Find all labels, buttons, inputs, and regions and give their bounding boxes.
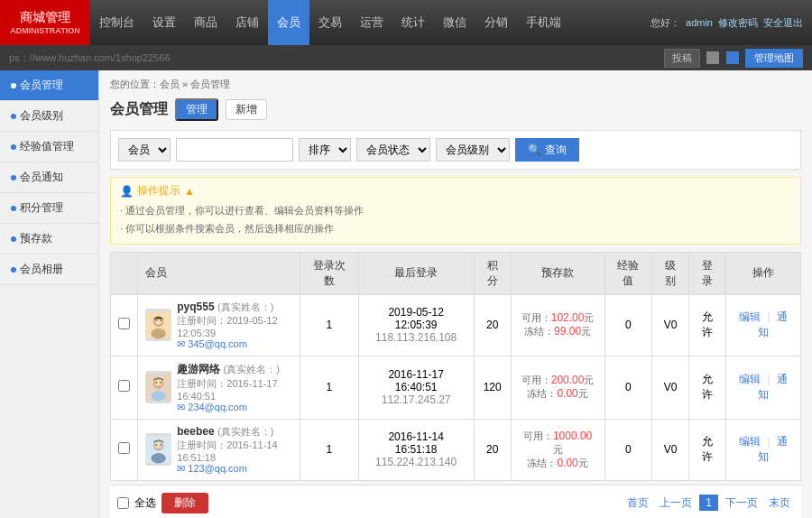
deposit-1: 可用：200.00元 冻结：0.00元 bbox=[511, 356, 604, 419]
edit-link-2[interactable]: 编辑 bbox=[739, 435, 761, 448]
level-select[interactable]: 会员级别 bbox=[436, 138, 510, 162]
member-email-1: ✉ 234@qq.com bbox=[177, 402, 292, 413]
tips-area: 👤 操作提示 ▲ 通过会员管理，你可以进行查看、编辑会员资料等操作 你可以根据条… bbox=[110, 177, 801, 245]
sidebar-item-notify[interactable]: 会员通知 bbox=[0, 162, 98, 193]
user-greeting: 您好： bbox=[651, 16, 680, 30]
nav-item-wechat[interactable]: 微信 bbox=[434, 0, 475, 45]
nav-item-products[interactable]: 商品 bbox=[185, 0, 226, 45]
search-label: 查询 bbox=[545, 143, 567, 158]
tips-header[interactable]: 👤 操作提示 ▲ bbox=[120, 183, 791, 199]
member-name-2: beebee (真实姓名：) bbox=[177, 425, 292, 439]
avatar-2 bbox=[145, 433, 171, 466]
logo-title: 商城管理 bbox=[20, 10, 70, 26]
sidebar-dot bbox=[11, 236, 16, 242]
page-prev[interactable]: 上一页 bbox=[656, 494, 696, 513]
tips-icon: 👤 bbox=[120, 185, 134, 198]
nav-item-statistics[interactable]: 统计 bbox=[392, 0, 434, 45]
svg-point-8 bbox=[152, 391, 166, 401]
sidebar-item-label: 预存款 bbox=[20, 231, 52, 246]
status-select[interactable]: 会员状态 bbox=[356, 138, 430, 162]
safe-exit-link[interactable]: 安全退出 bbox=[763, 16, 803, 30]
row-select-0[interactable] bbox=[118, 318, 130, 329]
sort-select[interactable]: 排序 bbox=[299, 138, 351, 162]
tab-manage-button[interactable]: 管理 bbox=[175, 98, 218, 121]
edit-link-1[interactable]: 编辑 bbox=[739, 373, 761, 385]
login-status-2: 允许 bbox=[689, 419, 726, 480]
select-all-checkbox[interactable] bbox=[117, 497, 129, 509]
login-count-1: 1 bbox=[300, 356, 359, 419]
level-0: V0 bbox=[652, 294, 689, 356]
search-button[interactable]: 🔍 查询 bbox=[515, 138, 579, 162]
nav-item-dashboard[interactable]: 控制台 bbox=[90, 0, 143, 45]
page-first[interactable]: 首页 bbox=[623, 494, 652, 513]
member-email-0: ✉ 345@qq.com bbox=[177, 338, 292, 350]
edit-link-0[interactable]: 编辑 bbox=[739, 310, 761, 323]
sidebar-item-score[interactable]: 积分管理 bbox=[0, 193, 98, 224]
score-0: 20 bbox=[474, 294, 511, 356]
sidebar-dot bbox=[11, 144, 16, 150]
sidebar-item-label: 会员通知 bbox=[20, 170, 63, 185]
logo: 商城管理 ADMINISTRATION bbox=[0, 0, 90, 45]
level-1: V0 bbox=[652, 356, 689, 419]
feedback-button[interactable]: 投稿 bbox=[664, 49, 700, 68]
bottom-bar: 全选 删除 首页 上一页 1 下一页 末页 bbox=[110, 485, 801, 518]
sidebar-item-album[interactable]: 会员相册 bbox=[0, 254, 98, 285]
sidebar-item-label: 会员级别 bbox=[20, 108, 63, 124]
sidebar-item-label: 积分管理 bbox=[20, 200, 63, 216]
row-checkbox-0[interactable] bbox=[111, 294, 138, 356]
nav-item-store[interactable]: 店铺 bbox=[226, 0, 268, 45]
search-icon: 🔍 bbox=[528, 143, 541, 156]
select-all-label: 全选 bbox=[134, 495, 156, 511]
nav-item-settings[interactable]: 设置 bbox=[143, 0, 185, 45]
row-checkbox-2[interactable] bbox=[111, 419, 138, 480]
sidebar-item-deposit[interactable]: 预存款 bbox=[0, 224, 98, 254]
th-actions: 操作 bbox=[725, 252, 800, 294]
member-type-select[interactable]: 会员 bbox=[118, 138, 171, 162]
content-area: 您的位置：会员 » 会员管理 会员管理 管理 新增 会员 排序 会员状态 会员级… bbox=[99, 70, 812, 518]
nav-item-mobile[interactable]: 手机端 bbox=[517, 0, 570, 45]
user-name[interactable]: admin bbox=[686, 17, 713, 28]
breadcrumb-right: 投稿 管理地图 bbox=[664, 49, 803, 68]
change-password-link[interactable]: 修改密码 bbox=[718, 16, 758, 30]
th-login-status: 登录 bbox=[689, 252, 726, 294]
experience-0: 0 bbox=[604, 294, 652, 356]
nav-item-members[interactable]: 会员 bbox=[268, 0, 309, 45]
svg-point-14 bbox=[152, 453, 166, 463]
data-table: 会员 登录次数 最后登录 积分 预存款 经验值 级别 登录 操作 bbox=[110, 252, 801, 481]
tab-new-button[interactable]: 新增 bbox=[226, 99, 267, 120]
table-row: pyq555 (真实姓名：) 注册时间：2019-05-12 12:05:39 … bbox=[111, 294, 801, 356]
row-select-1[interactable] bbox=[118, 380, 130, 392]
manage-map-button[interactable]: 管理地图 bbox=[745, 49, 803, 68]
tips-item-2: 你可以根据条件搜索会员，然后选择相应的操作 bbox=[120, 220, 791, 238]
sidebar-dot bbox=[11, 114, 16, 119]
th-experience: 经验值 bbox=[604, 252, 652, 294]
row-select-2[interactable] bbox=[118, 442, 130, 454]
score-2: 20 bbox=[474, 419, 511, 480]
watermark-text: ps：//www.huzhan.com/1shop22566 bbox=[9, 51, 171, 65]
email-icon-0: ✉ bbox=[177, 338, 185, 350]
sidebar-item-member-level[interactable]: 会员级别 bbox=[0, 101, 98, 132]
nav-item-transactions[interactable]: 交易 bbox=[309, 0, 351, 45]
page-current[interactable]: 1 bbox=[699, 495, 718, 511]
search-input[interactable] bbox=[176, 138, 293, 162]
avatar-1 bbox=[145, 371, 171, 403]
sidebar-item-member-manage[interactable]: 会员管理 bbox=[0, 70, 98, 101]
member-reg-1: 注册时间：2016-11-17 16:40:51 bbox=[177, 377, 292, 402]
member-name-1: 趣游网络 (真实姓名：) bbox=[177, 362, 292, 377]
tips-title: 操作提示 bbox=[137, 183, 180, 199]
nav-item-operations[interactable]: 运营 bbox=[351, 0, 392, 45]
level-2: V0 bbox=[652, 419, 689, 480]
th-login-count: 登录次数 bbox=[300, 252, 359, 294]
page-next[interactable]: 下一页 bbox=[722, 494, 761, 513]
login-status-1: 允许 bbox=[689, 356, 726, 419]
svg-point-11 bbox=[160, 382, 161, 384]
member-reg-2: 注册时间：2016-11-14 16:51:18 bbox=[177, 439, 292, 463]
svg-point-5 bbox=[160, 319, 161, 321]
member-details-1: 趣游网络 (真实姓名：) 注册时间：2016-11-17 16:40:51 ✉ … bbox=[177, 362, 292, 413]
nav-item-distribution[interactable]: 分销 bbox=[475, 0, 517, 45]
sidebar-item-experience[interactable]: 经验值管理 bbox=[0, 132, 98, 162]
page-last[interactable]: 末页 bbox=[765, 494, 794, 513]
actions-2: 编辑 ｜ 通知 bbox=[725, 419, 800, 480]
row-checkbox-1[interactable] bbox=[111, 356, 138, 419]
delete-button[interactable]: 删除 bbox=[161, 493, 208, 513]
